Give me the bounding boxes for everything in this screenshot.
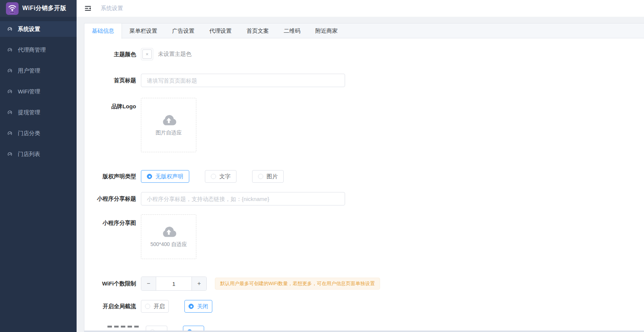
sidebar-item-label: 门店列表: [18, 151, 40, 158]
dashboard-icon: [7, 89, 13, 95]
radio-label: 关闭: [197, 303, 208, 310]
sidebar-menu: 系统设置 代理商管理 用户管理 WiFi管理 提现管理: [0, 17, 77, 162]
tab-label: 广告设置: [172, 28, 194, 34]
wifi-logo-icon: [6, 2, 19, 15]
upload-hint: 500*400 自适应: [150, 241, 187, 248]
theme-color-empty-text: 未设置主题色: [158, 51, 191, 58]
intercept-radio-on[interactable]: 开启: [141, 300, 169, 313]
clipped-label-fragment: [107, 326, 141, 328]
sidebar: WiFi分销多开版 系统设置 代理商管理 用户管理 WiFi管理: [0, 0, 77, 332]
tab-label: 附近商家: [315, 28, 338, 34]
form-row-home-title: 首页标题: [84, 74, 644, 87]
radio-circle-icon: [211, 174, 216, 179]
radio-circle-icon: [258, 174, 263, 179]
theme-color-picker[interactable]: ×: [141, 48, 153, 60]
tab-bar: 基础信息 菜单栏设置 广告设置 代理设置 首页文案 二维码 附近商家: [84, 23, 644, 38]
form-row-global-intercept: 开启全局截流 开启 关闭: [84, 300, 644, 313]
copyright-radio-image[interactable]: 图片: [252, 170, 284, 183]
app-title: WiFi分销多开版: [22, 4, 66, 12]
tab-ad-settings[interactable]: 广告设置: [165, 23, 202, 38]
sidebar-item-label: WiFi管理: [18, 88, 40, 95]
radio-label: 开启: [154, 303, 165, 310]
upload-cloud-icon: [161, 226, 177, 238]
logo-bar: WiFi分销多开版: [0, 0, 77, 17]
form-row-brand-logo: 品牌Logo 图片自适应: [84, 98, 644, 152]
topbar: 系统设置: [77, 0, 644, 17]
field-label: 主题颜色: [84, 51, 141, 58]
dashboard-icon: [7, 131, 13, 136]
dashboard-icon: [7, 68, 13, 74]
color-clear-icon: ×: [142, 50, 152, 59]
upload-cloud-icon: [161, 114, 177, 126]
sidebar-item-agent-management[interactable]: 代理商管理: [0, 42, 77, 58]
form-row-share-title: 小程序分享标题: [84, 192, 644, 205]
copyright-radio-text[interactable]: 文字: [205, 170, 236, 183]
tab-home-copy[interactable]: 首页文案: [239, 23, 276, 38]
tab-label: 基础信息: [92, 28, 114, 34]
tab-label: 二维码: [284, 28, 300, 34]
form-row-theme-color: 主题颜色 × 未设置主题色: [84, 48, 644, 60]
tab-agent-settings[interactable]: 代理设置: [202, 23, 239, 38]
sidebar-item-withdraw-management[interactable]: 提现管理: [0, 105, 77, 120]
field-label: 品牌Logo: [84, 98, 141, 110]
field-label: WiFi个数限制: [84, 280, 141, 287]
intercept-radio-off[interactable]: 关闭: [184, 300, 212, 313]
tab-label: 首页文案: [247, 28, 269, 34]
sidebar-item-system-settings[interactable]: 系统设置: [0, 21, 77, 37]
dashboard-icon: [7, 110, 13, 115]
sidebar-item-label: 提现管理: [18, 109, 40, 116]
field-label: 小程序分享标题: [84, 195, 141, 202]
breadcrumb[interactable]: 系统设置: [101, 5, 123, 12]
home-title-input[interactable]: [141, 74, 345, 87]
tab-basic-info[interactable]: 基础信息: [84, 23, 122, 39]
form-row-copyright-type: 版权声明类型 无版权声明 文字 图片: [84, 170, 644, 183]
copyright-radio-none[interactable]: 无版权声明: [141, 170, 189, 183]
tab-label: 菜单栏设置: [129, 28, 157, 34]
sidebar-item-label: 代理商管理: [18, 47, 46, 54]
sidebar-item-user-management[interactable]: 用户管理: [0, 63, 77, 79]
share-title-input[interactable]: [141, 192, 345, 205]
field-label: 版权声明类型: [84, 173, 141, 180]
dashboard-icon: [7, 47, 13, 53]
tab-qrcode[interactable]: 二维码: [276, 23, 308, 38]
fold-menu-icon: [84, 5, 91, 12]
settings-card: 基础信息 菜单栏设置 广告设置 代理设置 首页文案 二维码 附近商家 主题颜色 …: [84, 23, 644, 332]
wifi-limit-tip: 默认用户最多可创建的WiFi数量，若想更多，可在用户信息页面单独设置: [215, 278, 380, 290]
brand-logo-upload[interactable]: 图片自适应: [141, 98, 196, 152]
horizontal-scrollbar[interactable]: [84, 331, 644, 332]
basic-info-form: 主题颜色 × 未设置主题色 首页标题 品牌Logo 图片: [84, 38, 644, 332]
share-image-upload[interactable]: 500*400 自适应: [141, 214, 196, 259]
wifi-limit-value-input[interactable]: [156, 277, 191, 290]
stepper-decrease-button[interactable]: −: [141, 277, 156, 290]
radio-label: 图片: [267, 173, 278, 180]
field-label: 首页标题: [84, 77, 141, 84]
sidebar-item-wifi-management[interactable]: WiFi管理: [0, 84, 77, 99]
tab-nearby-merchants[interactable]: 附近商家: [308, 23, 345, 38]
radio-label: 文字: [219, 173, 231, 180]
sidebar-item-label: 门店分类: [18, 130, 40, 137]
sidebar-item-store-list[interactable]: 门店列表: [0, 146, 77, 162]
sidebar-item-label: 系统设置: [18, 26, 40, 33]
sidebar-item-label: 用户管理: [18, 67, 40, 74]
tab-menu-settings[interactable]: 菜单栏设置: [122, 23, 165, 38]
form-row-share-image: 小程序分享图 500*400 自适应: [84, 214, 644, 259]
dashboard-icon: [7, 151, 13, 157]
radio-circle-icon: [189, 304, 194, 309]
stepper-increase-button[interactable]: +: [191, 277, 206, 290]
sidebar-item-store-category[interactable]: 门店分类: [0, 125, 77, 141]
radio-label: 无版权声明: [155, 173, 183, 180]
tab-label: 代理设置: [209, 28, 232, 34]
wifi-limit-stepper: − +: [141, 277, 207, 291]
dashboard-icon: [7, 26, 13, 32]
field-label: 开启全局截流: [84, 303, 141, 310]
radio-circle-icon: [147, 174, 152, 179]
field-label: 小程序分享图: [84, 214, 141, 227]
main-content: 基础信息 菜单栏设置 广告设置 代理设置 首页文案 二维码 附近商家 主题颜色 …: [77, 17, 644, 332]
form-row-wifi-limit: WiFi个数限制 − + 默认用户最多可创建的WiFi数量，若想更多，可在用户信…: [84, 277, 644, 291]
sidebar-collapse-button[interactable]: [84, 5, 92, 12]
radio-circle-icon: [145, 304, 150, 309]
upload-hint: 图片自适应: [156, 130, 182, 136]
